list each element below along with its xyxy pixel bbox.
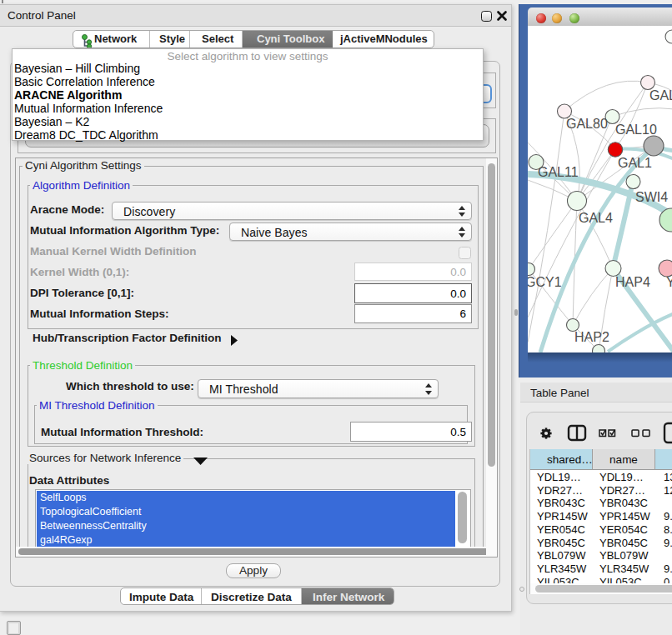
svg-text:GCY1: GCY1 (528, 275, 562, 289)
svg-text:GAL10: GAL10 (615, 122, 657, 137)
svg-text:GAL80: GAL80 (566, 117, 608, 131)
svg-text:GAL4: GAL4 (579, 211, 613, 225)
svg-text:GAL1: GAL1 (618, 156, 652, 170)
svg-text:GAL: GAL (649, 88, 672, 102)
svg-text:GAL11: GAL11 (538, 165, 579, 179)
svg-text:HAP4: HAP4 (615, 275, 650, 289)
svg-text:SWI4: SWI4 (635, 190, 668, 204)
svg-text:HAP2: HAP2 (574, 330, 609, 344)
svg-text:Y: Y (666, 275, 672, 289)
